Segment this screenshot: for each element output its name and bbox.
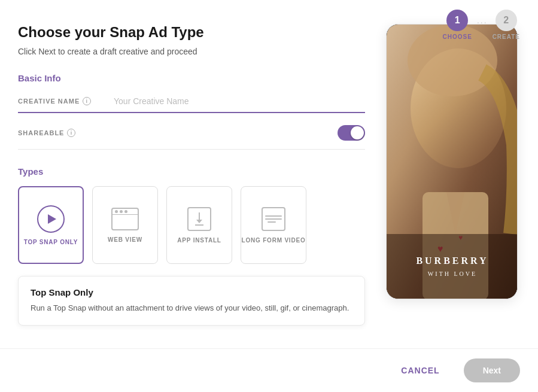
step-1-label: CHOOSE [443, 34, 472, 40]
step-2: 2 CREATE [493, 10, 520, 40]
shareable-row: SHAREABLE i [18, 125, 365, 150]
type-card-app-install[interactable]: APP INSTALL [166, 186, 232, 264]
step-2-circle: 2 [496, 10, 517, 31]
basic-info-section: Basic Info [18, 73, 365, 83]
cancel-button[interactable]: CANCEL [389, 360, 451, 381]
svg-text:WITH LOVE: WITH LOVE [427, 271, 476, 277]
next-button[interactable]: Next [464, 358, 520, 382]
shareable-info-icon[interactable]: i [67, 129, 75, 137]
svg-text:BURBERRY: BURBERRY [416, 256, 488, 266]
app-install-icon [187, 207, 211, 231]
step-dots: ... [477, 16, 488, 25]
web-view-icon [111, 208, 139, 230]
page-title: Choose your Snap Ad Type [18, 24, 365, 41]
top-snap-only-label: TOP SNAP ONLY [24, 239, 78, 245]
type-cards-container: TOP SNAP ONLY WEB VIEW [18, 186, 365, 264]
long-form-video-label: LONG FORM VIDEO [242, 237, 306, 244]
creative-name-label: CREATIVE NAME i [18, 97, 114, 105]
top-snap-only-icon [37, 205, 65, 233]
info-box-text: Run a Top Snap without an attachment to … [31, 302, 352, 314]
toggle-knob [351, 126, 364, 139]
info-box-title: Top Snap Only [31, 287, 352, 297]
long-form-video-icon [262, 207, 285, 231]
shareable-label: SHAREABLE i [18, 129, 338, 137]
page-subtitle: Click Next to create a draft creative an… [18, 47, 365, 56]
preview-image: ♥ ♥ ♥ BURBERRY WITH LOVE [387, 25, 517, 299]
creative-name-field: CREATIVE NAME i [18, 95, 365, 113]
type-card-long-form-video[interactable]: LONG FORM VIDEO [241, 186, 306, 264]
type-card-web-view[interactable]: WEB VIEW [92, 186, 158, 264]
shareable-toggle[interactable] [338, 125, 365, 141]
step-2-label: CREATE [493, 34, 520, 40]
app-install-label: APP INSTALL [177, 237, 221, 244]
creative-name-input[interactable] [114, 95, 365, 107]
svg-rect-7 [387, 234, 518, 299]
step-1: 1 CHOOSE [443, 10, 472, 40]
bottom-bar: CANCEL Next [0, 348, 538, 392]
stepper: 1 CHOOSE ... 2 CREATE [443, 10, 520, 40]
right-panel: ♥ ♥ ♥ BURBERRY WITH LOVE [383, 18, 520, 392]
type-card-top-snap-only[interactable]: TOP SNAP ONLY [18, 186, 84, 264]
web-view-label: WEB VIEW [108, 236, 142, 243]
info-box: Top Snap Only Run a Top Snap without an … [18, 276, 365, 326]
types-section: Types [18, 166, 365, 177]
step-1-circle: 1 [446, 10, 468, 31]
phone-preview: ♥ ♥ ♥ BURBERRY WITH LOVE [386, 24, 518, 299]
creative-name-info-icon[interactable]: i [83, 97, 91, 105]
